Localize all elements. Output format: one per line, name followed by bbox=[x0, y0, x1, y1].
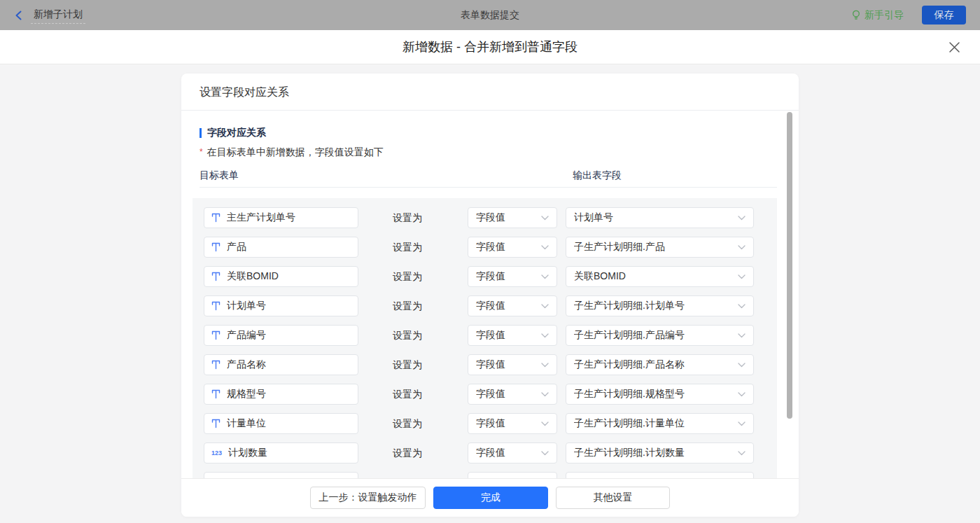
column-divider bbox=[200, 187, 777, 188]
value-mode-select[interactable]: 字段值 bbox=[468, 266, 557, 287]
target-field-label: 产品名称 bbox=[227, 358, 266, 371]
target-field-input[interactable]: 123 规格型号 bbox=[204, 384, 358, 405]
chevron-down-icon bbox=[541, 333, 549, 338]
target-field-input[interactable]: 123 关联BOMID bbox=[204, 266, 358, 287]
section-title: 字段对应关系 bbox=[200, 127, 266, 139]
output-field-select[interactable] bbox=[566, 472, 754, 478]
value-mode-select[interactable]: 字段值 bbox=[468, 442, 557, 463]
value-mode-label: 字段值 bbox=[476, 211, 505, 224]
output-field-select[interactable]: 子生产计划明细.产品名称 bbox=[566, 354, 754, 375]
set-as-label: 设置为 bbox=[393, 266, 422, 287]
other-settings-button[interactable]: 其他设置 bbox=[556, 487, 670, 509]
target-field-input[interactable]: 123 主生产计划单号 bbox=[204, 207, 358, 228]
plan-name-label[interactable]: 新增子计划 bbox=[31, 7, 85, 24]
target-field-label: 计划数量 bbox=[228, 447, 267, 459]
output-field-select[interactable]: 子生产计划明细.产品编号 bbox=[566, 325, 754, 346]
chevron-down-icon bbox=[541, 216, 549, 221]
value-mode-label: 字段值 bbox=[476, 300, 505, 312]
output-field-label: 子生产计划明细.规格型号 bbox=[574, 388, 685, 400]
value-mode-select[interactable]: 字段值 bbox=[468, 413, 557, 434]
field-mapping-row: 123 产品编号 设置为 字段值 子生产计划明细.产品编号 bbox=[192, 325, 777, 354]
value-mode-select[interactable]: 字段值 bbox=[468, 207, 557, 228]
value-mode-label: 字段值 bbox=[476, 358, 505, 371]
modal-title: 新增数据 - 合并新增到普通字段 bbox=[402, 39, 578, 55]
card-title: 设置字段对应关系 bbox=[181, 74, 799, 111]
target-field-input[interactable]: 123 产品名称 bbox=[204, 354, 358, 375]
done-button[interactable]: 完成 bbox=[433, 487, 548, 509]
set-as-label: 设置为 bbox=[393, 207, 422, 228]
scrollbar-thumb[interactable] bbox=[787, 112, 792, 419]
value-mode-label: 字段值 bbox=[476, 417, 505, 430]
text-field-icon bbox=[211, 213, 220, 223]
value-mode-select[interactable]: 字段值 bbox=[468, 384, 557, 405]
hint-text: 在目标表单中新增数据，字段值设置如下 bbox=[207, 146, 384, 158]
target-field-input[interactable]: 123 计量单位 bbox=[204, 413, 358, 434]
value-mode-select[interactable]: 字段值 bbox=[468, 354, 557, 375]
save-button[interactable]: 保存 bbox=[922, 6, 966, 25]
value-mode-label: 字段值 bbox=[476, 388, 505, 400]
value-mode-label: 字段值 bbox=[476, 329, 505, 342]
field-mapping-row: 123 主生产计划单号 设置为 字段值 计划单号 bbox=[192, 207, 777, 237]
value-mode-select[interactable]: 字段值 bbox=[468, 295, 557, 316]
chevron-down-icon bbox=[541, 304, 549, 309]
chevron-down-icon bbox=[541, 363, 549, 368]
output-field-select[interactable]: 关联BOMID bbox=[566, 266, 754, 287]
page: 新增子计划 表单数据提交 新手引导 保存 新增数据 - 合并新增到普通字段 设置… bbox=[0, 0, 980, 523]
value-mode-select[interactable] bbox=[468, 472, 557, 478]
text-field-icon bbox=[211, 360, 220, 370]
beginner-guide-link[interactable]: 新手引导 bbox=[851, 9, 904, 22]
modal-header: 新增数据 - 合并新增到普通字段 bbox=[0, 30, 980, 64]
field-mapping-row: 123 关联BOMID 设置为 字段值 关联BOMID bbox=[192, 266, 777, 295]
field-mapping-row: 123 产品名称 设置为 字段值 子生产计划明细.产品名称 bbox=[192, 354, 777, 384]
accent-bar bbox=[200, 128, 202, 138]
output-field-label: 计划单号 bbox=[574, 211, 613, 224]
output-field-label: 子生产计划明细.计量单位 bbox=[574, 417, 685, 430]
output-field-select[interactable]: 子生产计划明细.产品 bbox=[566, 237, 754, 258]
close-icon bbox=[948, 41, 960, 53]
output-field-select[interactable]: 计划单号 bbox=[566, 207, 754, 228]
card-body: 字段对应关系 *在目标表单中新增数据，字段值设置如下 目标表单 输出表字段 12… bbox=[181, 111, 799, 478]
top-bar-actions: 新手引导 保存 bbox=[851, 0, 966, 30]
target-field-input[interactable]: 123 产品编号 bbox=[204, 325, 358, 346]
chevron-down-icon bbox=[738, 304, 746, 309]
set-as-label: 设置为 bbox=[393, 295, 422, 316]
lightbulb-icon bbox=[851, 10, 861, 20]
chevron-down-icon bbox=[738, 392, 746, 397]
target-field-label: 产品编号 bbox=[227, 329, 266, 342]
field-mapping-row: 123 计划单号 设置为 字段值 子生产计划明细.计划单号 bbox=[192, 295, 777, 325]
output-field-select[interactable]: 子生产计划明细.计划单号 bbox=[566, 295, 754, 316]
output-field-label: 子生产计划明细.产品名称 bbox=[574, 358, 685, 371]
text-field-icon bbox=[211, 419, 220, 428]
field-mapping-row: 123 产品 设置为 字段值 子生产计划明细.产品 bbox=[192, 237, 777, 266]
chevron-down-icon bbox=[738, 333, 746, 338]
value-mode-select[interactable]: 字段值 bbox=[468, 237, 557, 258]
output-field-select[interactable]: 子生产计划明细.计划数量 bbox=[566, 442, 754, 463]
target-field-input[interactable]: 123 计划单号 bbox=[204, 295, 358, 316]
set-as-label: 设置为 bbox=[393, 237, 422, 258]
section-hint: *在目标表单中新增数据，字段值设置如下 bbox=[200, 146, 384, 159]
output-field-select[interactable]: 子生产计划明细.计量单位 bbox=[566, 413, 754, 434]
chevron-down-icon bbox=[541, 392, 549, 397]
beginner-guide-label: 新手引导 bbox=[864, 9, 904, 22]
previous-step-button[interactable]: 上一步：设置触发动作 bbox=[310, 487, 426, 509]
required-asterisk: * bbox=[200, 147, 203, 157]
target-field-input[interactable]: 123 bbox=[204, 472, 358, 478]
text-field-icon bbox=[211, 272, 220, 281]
output-field-label: 子生产计划明细.计划单号 bbox=[574, 300, 685, 312]
chevron-down-icon bbox=[541, 451, 549, 456]
output-field-select[interactable]: 子生产计划明细.规格型号 bbox=[566, 384, 754, 405]
target-field-label: 计量单位 bbox=[227, 417, 266, 430]
value-mode-select[interactable]: 字段值 bbox=[468, 325, 557, 346]
target-field-input[interactable]: 123 产品 bbox=[204, 237, 358, 258]
close-button[interactable] bbox=[945, 38, 963, 56]
target-field-input[interactable]: 123 计划数量 bbox=[204, 442, 358, 463]
card-footer: 上一步：设置触发动作 完成 其他设置 bbox=[181, 478, 799, 517]
set-as-label: 设置为 bbox=[393, 384, 422, 405]
field-mapping-card: 设置字段对应关系 字段对应关系 *在目标表单中新增数据，字段值设置如下 目标表单… bbox=[181, 74, 799, 517]
value-mode-label: 字段值 bbox=[476, 270, 505, 283]
set-as-label: 设置为 bbox=[393, 442, 422, 463]
set-as-label: 设置为 bbox=[393, 325, 422, 346]
field-mapping-row: 123 计划数量 设置为 字段值 子生产计划明细.计划数量 bbox=[192, 442, 777, 472]
back-button[interactable]: 新增子计划 bbox=[14, 0, 85, 30]
chevron-down-icon bbox=[738, 421, 746, 426]
